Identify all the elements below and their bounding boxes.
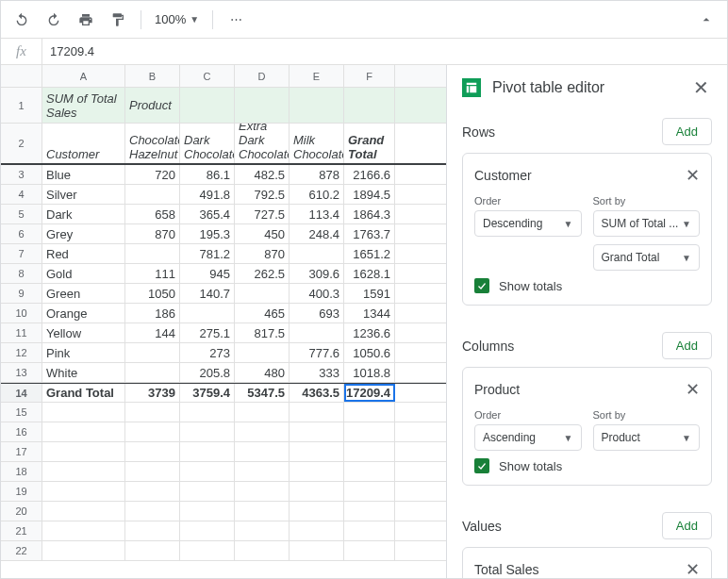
cell[interactable]: 1894.5 bbox=[344, 185, 395, 204]
cell[interactable] bbox=[180, 304, 235, 323]
select-all-corner[interactable] bbox=[1, 65, 42, 87]
cell[interactable]: 17209.4 bbox=[344, 384, 395, 402]
cell[interactable] bbox=[235, 442, 290, 461]
cell[interactable] bbox=[344, 442, 395, 461]
row-header[interactable]: 8 bbox=[1, 264, 42, 283]
order-dropdown[interactable]: Descending▼ bbox=[474, 210, 582, 237]
row-header[interactable]: 12 bbox=[1, 343, 42, 362]
cell[interactable] bbox=[235, 422, 290, 441]
row-header[interactable]: 19 bbox=[1, 482, 42, 501]
cell[interactable]: 262.5 bbox=[235, 264, 290, 283]
cell[interactable]: Milk Chocolate bbox=[290, 124, 344, 163]
cell[interactable]: 1050 bbox=[125, 284, 180, 303]
cell[interactable]: 273 bbox=[180, 343, 235, 362]
cell[interactable] bbox=[290, 403, 344, 422]
row-header[interactable]: 16 bbox=[1, 422, 42, 441]
row-header[interactable]: 14 bbox=[1, 384, 42, 402]
cell[interactable] bbox=[290, 462, 344, 481]
undo-button[interactable] bbox=[8, 7, 35, 33]
row-header[interactable]: 21 bbox=[1, 521, 42, 540]
cell[interactable] bbox=[125, 363, 180, 382]
cell[interactable] bbox=[125, 244, 180, 263]
cell[interactable] bbox=[125, 442, 180, 461]
cell[interactable]: 1236.6 bbox=[344, 323, 395, 342]
cell[interactable] bbox=[180, 403, 235, 422]
cell[interactable] bbox=[290, 502, 344, 521]
cell[interactable] bbox=[125, 482, 180, 501]
remove-icon[interactable]: ✕ bbox=[686, 165, 700, 186]
cell[interactable] bbox=[344, 422, 395, 441]
row-header[interactable]: 6 bbox=[1, 224, 42, 243]
cell[interactable]: Orange bbox=[42, 304, 125, 323]
sortby-dropdown[interactable]: SUM of Total ...▼ bbox=[593, 210, 701, 237]
cell[interactable] bbox=[180, 422, 235, 441]
cell[interactable]: Green bbox=[42, 284, 125, 303]
cell[interactable] bbox=[125, 462, 180, 481]
remove-icon[interactable]: ✕ bbox=[686, 379, 700, 400]
cell[interactable]: 1344 bbox=[344, 304, 395, 323]
cell[interactable] bbox=[42, 521, 125, 540]
cell[interactable] bbox=[235, 343, 290, 362]
cell[interactable] bbox=[344, 462, 395, 481]
cell[interactable]: 205.8 bbox=[180, 363, 235, 382]
cell[interactable] bbox=[235, 403, 290, 422]
row-header[interactable]: 3 bbox=[1, 165, 42, 184]
cell[interactable]: 1651.2 bbox=[344, 244, 395, 263]
col-header-e[interactable]: E bbox=[290, 65, 344, 87]
show-totals-checkbox[interactable] bbox=[474, 458, 489, 473]
paint-format-button[interactable] bbox=[105, 7, 131, 33]
cell[interactable] bbox=[42, 442, 125, 461]
cell[interactable]: Blue bbox=[42, 165, 125, 184]
cell[interactable]: 86.1 bbox=[180, 165, 235, 184]
cell[interactable]: Customer bbox=[42, 124, 125, 163]
row-header[interactable]: 5 bbox=[1, 205, 42, 223]
cell[interactable]: 792.5 bbox=[235, 185, 290, 204]
collapse-toolbar-button[interactable] bbox=[693, 7, 720, 33]
cell[interactable] bbox=[235, 541, 290, 560]
col-header-a[interactable]: A bbox=[42, 65, 125, 87]
cell[interactable]: 817.5 bbox=[235, 323, 290, 342]
cell[interactable]: 870 bbox=[235, 244, 290, 263]
cell[interactable] bbox=[42, 502, 125, 521]
cell[interactable] bbox=[180, 502, 235, 521]
close-icon[interactable]: ✕ bbox=[689, 76, 712, 99]
cell[interactable] bbox=[42, 462, 125, 481]
cell[interactable] bbox=[180, 88, 235, 123]
formula-value[interactable]: 17209.4 bbox=[42, 44, 94, 58]
cell[interactable] bbox=[125, 343, 180, 362]
cell[interactable] bbox=[344, 502, 395, 521]
cell[interactable] bbox=[290, 482, 344, 501]
cell[interactable]: 275.1 bbox=[180, 323, 235, 342]
order-dropdown[interactable]: Ascending▼ bbox=[474, 424, 582, 451]
cell[interactable]: SUM of Total Sales bbox=[42, 88, 125, 123]
cell[interactable]: 3739 bbox=[125, 384, 180, 402]
row-header[interactable]: 4 bbox=[1, 185, 42, 204]
cell[interactable]: 878 bbox=[290, 165, 344, 184]
row-header[interactable]: 17 bbox=[1, 442, 42, 461]
cell[interactable]: 1628.1 bbox=[344, 264, 395, 283]
cell[interactable] bbox=[125, 502, 180, 521]
row-header[interactable]: 20 bbox=[1, 502, 42, 521]
print-button[interactable] bbox=[73, 7, 99, 33]
cell[interactable] bbox=[290, 244, 344, 263]
cell[interactable]: 693 bbox=[290, 304, 344, 323]
row-header[interactable]: 10 bbox=[1, 304, 42, 323]
add-rows-button[interactable]: Add bbox=[662, 118, 712, 145]
row-header[interactable]: 15 bbox=[1, 403, 42, 422]
cell[interactable]: Gold bbox=[42, 264, 125, 283]
cell[interactable] bbox=[42, 541, 125, 560]
cell[interactable] bbox=[42, 422, 125, 441]
show-totals-checkbox[interactable] bbox=[474, 278, 489, 293]
cell[interactable]: 140.7 bbox=[180, 284, 235, 303]
cell[interactable]: Red bbox=[42, 244, 125, 263]
cell[interactable]: 482.5 bbox=[235, 165, 290, 184]
zoom-dropdown[interactable]: 100%▼ bbox=[151, 12, 203, 26]
cell[interactable]: 1763.7 bbox=[344, 224, 395, 243]
row-header[interactable]: 13 bbox=[1, 363, 42, 382]
cell[interactable] bbox=[344, 403, 395, 422]
cell[interactable]: 781.2 bbox=[180, 244, 235, 263]
cell[interactable] bbox=[42, 403, 125, 422]
grandtotal-dropdown[interactable]: Grand Total▼ bbox=[593, 244, 701, 271]
cell[interactable]: Product bbox=[125, 88, 180, 123]
cell[interactable] bbox=[125, 403, 180, 422]
